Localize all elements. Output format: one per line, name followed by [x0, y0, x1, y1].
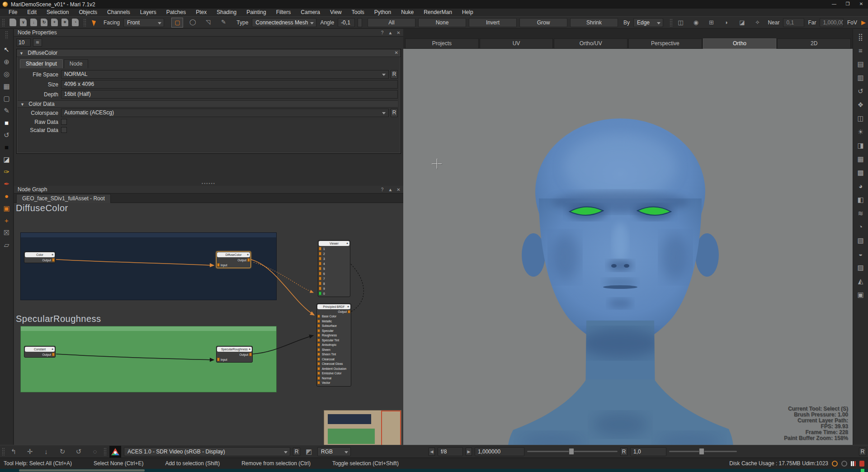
brdf-input-row[interactable]: Sheen	[317, 348, 351, 353]
view-transform-reset-button[interactable]: R	[293, 448, 300, 456]
colorspace-dropdown[interactable]: Automatic (ACEScg)	[61, 109, 389, 117]
left-rail-grip[interactable]	[5, 31, 8, 39]
menu-item[interactable]: Nuke	[396, 9, 419, 16]
gain-slider-knob[interactable]	[699, 448, 704, 455]
exposure-input[interactable]: 1,000000	[475, 447, 524, 456]
viewer-port[interactable]	[319, 277, 321, 280]
output-port[interactable]	[52, 258, 55, 262]
specularroughness-node[interactable]: SpecularRoughness+ Output Input	[216, 346, 253, 363]
viewport-tab[interactable]: Ortho	[703, 38, 777, 49]
paint-brush-icon[interactable]: ✑	[1, 165, 13, 178]
fstop-prev-button[interactable]: ◀	[429, 448, 435, 456]
menu-item[interactable]: Layers	[135, 9, 161, 16]
viewport-tab[interactable]: Projects	[405, 38, 479, 49]
viewport-tab[interactable]: Ortho/UV	[554, 38, 627, 49]
viewer-port[interactable]	[319, 247, 321, 250]
marquee-select-icon[interactable]: ▢	[171, 18, 183, 28]
brdf-input-row[interactable]: Vector	[317, 381, 351, 386]
drop-tool-icon[interactable]: ↓	[40, 447, 52, 457]
viewer-port[interactable]	[319, 287, 321, 290]
gauge-icon[interactable]: ◔	[72, 19, 79, 26]
exposure-slider-knob[interactable]	[569, 448, 574, 455]
menu-item[interactable]: View	[325, 9, 347, 16]
panel-collapse-icon[interactable]: ▲	[387, 186, 393, 194]
brdf-input-row[interactable]: Emissive Color	[317, 371, 351, 376]
viewer-port[interactable]	[319, 257, 321, 260]
brdf-input-row[interactable]: Sheen Tint	[317, 352, 351, 357]
gain-input[interactable]: 1,0	[630, 447, 666, 456]
near-input[interactable]: 0,1	[783, 18, 804, 27]
tool-properties-icon[interactable]: ◧	[855, 193, 867, 207]
output-port[interactable]	[249, 353, 252, 356]
colors-panel-icon[interactable]: ◕	[855, 179, 867, 193]
menu-item[interactable]: RenderMan	[419, 9, 457, 16]
node-graph-tab[interactable]: GEO_face_SDiv1_fullAsset - Root	[16, 194, 111, 203]
shape-mask-icon[interactable]: ◗	[722, 18, 731, 27]
image-manager-icon[interactable]: ▩	[855, 166, 867, 179]
bottombar-grip[interactable]	[2, 448, 5, 456]
channel-dropdown[interactable]: RGB	[317, 447, 351, 456]
fstop-next-button[interactable]: ▶	[466, 448, 472, 456]
menu-item[interactable]: Selection	[42, 9, 74, 16]
menu-item[interactable]: Shading	[212, 9, 241, 16]
brdf-input-port[interactable]	[317, 320, 320, 323]
scalar-data-checkbox[interactable]	[61, 127, 67, 133]
node-graph-minimap[interactable]	[324, 410, 401, 445]
viewer-port-row[interactable]: 1	[318, 246, 350, 251]
input-port[interactable]	[217, 263, 220, 267]
channels-panel-icon[interactable]: ▥	[855, 71, 867, 85]
far-input[interactable]: 1,000,000	[820, 18, 844, 27]
panel-help-icon[interactable]: ?	[379, 186, 385, 194]
add-port-icon[interactable]: +	[249, 347, 250, 352]
brdf-input-port[interactable]	[317, 381, 320, 384]
menu-item[interactable]: File	[4, 9, 22, 16]
input-port[interactable]	[217, 358, 220, 361]
paint-buffer-icon[interactable]	[859, 461, 864, 467]
cache-meter-icon[interactable]	[851, 461, 856, 466]
viewport-tab[interactable]: Perspective	[628, 38, 702, 49]
brdf-input-row[interactable]: Clearcoat	[317, 357, 351, 362]
viewer-port-row[interactable]: 0	[318, 291, 350, 296]
viewport-tab[interactable]: 2D	[777, 38, 851, 49]
brdf-input-row[interactable]: Ambient Occlusion	[317, 367, 351, 372]
orbit-tool-icon[interactable]: ↺	[73, 447, 85, 457]
undo-move-icon[interactable]: ↰	[8, 447, 19, 457]
add-port-icon[interactable]: +	[52, 252, 53, 257]
panel-splitter[interactable]: ••••••	[14, 183, 403, 186]
diffusecolor-node[interactable]: DiffuseColor+ Output Input	[216, 251, 251, 268]
selection-button[interactable]: Invert	[469, 18, 517, 27]
history-panel-icon[interactable]: ↺	[855, 85, 867, 98]
move-tool-icon[interactable]: ✛	[24, 447, 36, 457]
viewport-canvas[interactable]: Current Tool: Select (S)Brush Pressure: …	[403, 49, 853, 445]
selection-button[interactable]: All	[368, 18, 415, 27]
move-icon[interactable]: +	[51, 19, 58, 26]
menu-item[interactable]: Tools	[347, 9, 369, 16]
menu-item[interactable]: Python	[369, 9, 396, 16]
exposure-reset-button[interactable]: R	[620, 448, 627, 456]
swap-colors-icon[interactable]: ↺	[1, 129, 13, 141]
brdf-input-port[interactable]	[317, 348, 320, 351]
brdf-input-port[interactable]	[317, 377, 320, 380]
patches-panel-icon[interactable]: ▦	[855, 152, 867, 166]
bottombar-grip2[interactable]	[104, 448, 107, 456]
open-project-icon[interactable]: ∨	[20, 19, 27, 26]
brdf-input-row[interactable]: Subsurface	[317, 324, 351, 329]
menu-item[interactable]: Channels	[102, 9, 135, 16]
menu-item[interactable]: Edit	[22, 9, 42, 16]
brdf-input-port[interactable]	[317, 358, 320, 361]
brdf-input-port[interactable]	[317, 353, 320, 356]
viewer-port[interactable]	[319, 272, 321, 275]
toolbar-grip[interactable]	[2, 19, 5, 27]
group-close-icon[interactable]: ✕	[395, 49, 398, 57]
gain-reset-button[interactable]: R	[859, 448, 866, 456]
brdf-input-port[interactable]	[317, 367, 320, 370]
shaders-panel-icon[interactable]: ❖	[855, 98, 867, 112]
selection-button[interactable]: None	[418, 18, 466, 27]
output-port[interactable]	[348, 310, 350, 313]
selection-button[interactable]: Shrink	[570, 18, 618, 27]
clear-paint-icon[interactable]: ☒	[1, 227, 13, 239]
lasso-select-icon[interactable]: ◯	[187, 18, 198, 28]
python-panel-icon[interactable]: ≋	[855, 207, 867, 220]
brdf-input-row[interactable]: Anisotropic	[317, 343, 351, 348]
colorspace-reset-button[interactable]: R	[391, 109, 398, 117]
